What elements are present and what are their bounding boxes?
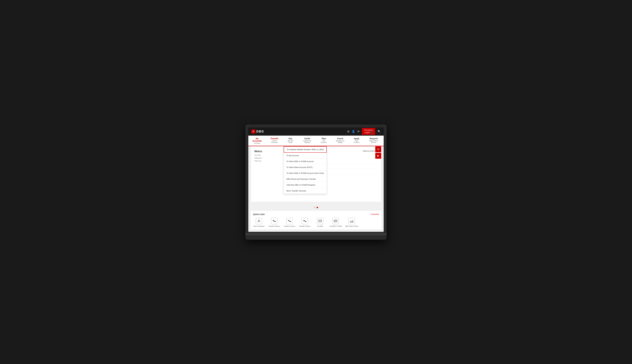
- quick-links: Quick Links Customise View Transaction: [251, 210, 381, 230]
- dropdown-item-dbs-remit[interactable]: DBS Remit and Overseas Transfer: [284, 176, 326, 182]
- logo: ✕ DBS: [251, 130, 264, 134]
- nav-item-my-accounts[interactable]: My Accounts Summary: [248, 136, 266, 146]
- nav-main-plan: Plan: [320, 137, 328, 140]
- content: To PayNow (Mobile Number, NRIC or UEN) T…: [248, 146, 384, 230]
- nav-item-pay[interactable]: Pay Bills and Cards: [283, 136, 298, 146]
- floating-play-button[interactable]: ▶: [375, 153, 381, 159]
- dropdown-item-paynow[interactable]: To PayNow (Mobile Number, NRIC or UEN): [284, 146, 326, 153]
- nav-main-transfer: Transfer: [269, 137, 280, 140]
- dropdown-item-add-recipient[interactable]: Add New DBS or POSB Recipient: [284, 182, 326, 188]
- header: ✕ DBS ⊞ 👤 ✉ Proceed toLogout ⬛ 🔍: [248, 127, 384, 136]
- nav-item-apply[interactable]: Apply New Products: [350, 136, 364, 146]
- nav-main-pay: Pay: [286, 137, 295, 140]
- search-icon[interactable]: 🔍: [378, 130, 381, 133]
- dbs-vickers-label: DBS Vickers Online: [345, 226, 358, 227]
- pay-dbs-posb-icon: [332, 218, 339, 224]
- floating-email-button[interactable]: ✉: [375, 146, 381, 152]
- dropdown-item-more-transfer[interactable]: More Transfer Services: [284, 188, 326, 194]
- pay-dbs-posb-label: Pay DBS or POSB: [330, 226, 342, 227]
- nav-sub-request: Statements or Services: [367, 140, 381, 143]
- quick-link-pay-bills[interactable]: Pay Bills: [314, 218, 326, 227]
- transfer-dropdown: To PayNow (Mobile Number, NRIC or UEN) T…: [284, 146, 327, 194]
- transfer-3-icon: [302, 218, 308, 224]
- carousel-dot-1[interactable]: [314, 207, 316, 208]
- side-buttons: ✉ ▶: [375, 146, 381, 159]
- transfer-2-label: Transfer Funds to: [284, 226, 296, 227]
- dropdown-item-my-account[interactable]: To My Account: [284, 153, 326, 158]
- view-transaction-label: View Transaction: [253, 226, 264, 227]
- nav-item-transfer[interactable]: Transfer Local or Overseas: [266, 136, 283, 146]
- quick-link-dbs-vickers[interactable]: DBS Vickers Online: [345, 218, 358, 227]
- quick-link-items: View Transaction Transfer Funds to: [253, 218, 379, 227]
- quick-link-transfer-1[interactable]: Transfer Funds to: [268, 218, 280, 227]
- carousel-dots: [248, 204, 384, 210]
- transfer-1-icon: [271, 218, 278, 224]
- header-right: ⊞ 👤 ✉ Proceed toLogout ⬛ 🔍: [347, 128, 381, 135]
- nav-main-invest: Invest: [334, 137, 346, 140]
- nav-item-request[interactable]: Request Statements or Services: [364, 136, 384, 146]
- pay-bills-label: Pay Bills: [317, 226, 323, 227]
- carousel-dot-2[interactable]: [316, 207, 318, 208]
- branch-icon[interactable]: ⊞: [347, 130, 350, 133]
- transfer-3-label: Transfer Funds to: [299, 226, 311, 227]
- nav-item-plan[interactable]: Plan Your Finances: [316, 136, 331, 146]
- person-icon[interactable]: 👤: [352, 130, 355, 133]
- quick-link-transfer-3[interactable]: Transfer Funds to: [299, 218, 311, 227]
- logout-button[interactable]: Proceed toLogout ⬛: [362, 128, 375, 135]
- mail-icon[interactable]: ✉: [357, 130, 360, 133]
- svg-rect-1: [319, 220, 322, 222]
- pay-bills-icon: [317, 218, 323, 224]
- nav-sub-pay: Bills and Cards: [286, 140, 295, 143]
- nav-sub-cards: Activate and Manage: [301, 140, 314, 143]
- quick-link-view-transaction[interactable]: View Transaction: [253, 218, 265, 227]
- nav-item-cards[interactable]: Cards Activate and Manage: [298, 136, 316, 146]
- svg-point-0: [258, 220, 260, 221]
- nav-sub-plan: Your Finances: [320, 140, 328, 143]
- transfer-2-icon: [286, 218, 293, 224]
- nav-main-request: Request: [367, 137, 381, 140]
- quick-link-pay-dbs-posb[interactable]: Pay DBS or POSB: [330, 218, 342, 227]
- nav-sub-invest: Manage your Wealth: [334, 140, 346, 143]
- logo-text: DBS: [256, 130, 264, 134]
- nav-main-my-accounts: My Accounts: [251, 137, 263, 142]
- nav-main-cards: Cards: [301, 137, 314, 140]
- nav-item-invest[interactable]: Invest Manage your Wealth: [331, 136, 350, 146]
- dropdown-item-other-dbs-posb-onetime[interactable]: To Other DBS or POSB Account (One-Time): [284, 170, 326, 176]
- svg-rect-3: [334, 220, 337, 222]
- dbs-vickers-icon: [348, 218, 355, 224]
- quick-link-transfer-2[interactable]: Transfer Funds to: [284, 218, 296, 227]
- customise-link[interactable]: Customise: [370, 213, 379, 215]
- quick-links-header: Quick Links Customise: [253, 213, 379, 216]
- quick-links-title: Quick Links: [253, 213, 265, 216]
- view-transaction-icon: [256, 218, 262, 224]
- dropdown-item-other-dbs-posb[interactable]: To Other DBS or POSB Account: [284, 158, 326, 164]
- logo-icon: ✕: [251, 130, 256, 134]
- nav-main-apply: Apply: [352, 137, 361, 140]
- nav-sub-apply: New Products: [352, 140, 361, 143]
- transfer-1-label: Transfer Funds to: [268, 226, 280, 227]
- nav-bar: My Accounts Summary Transfer Local or Ov…: [248, 136, 384, 146]
- dropdown-item-other-bank-fast[interactable]: To Other Bank Account (FAST): [284, 164, 326, 170]
- nav-sub-my-accounts: Summary: [251, 142, 263, 144]
- nav-sub-transfer: Local or Overseas: [269, 140, 280, 143]
